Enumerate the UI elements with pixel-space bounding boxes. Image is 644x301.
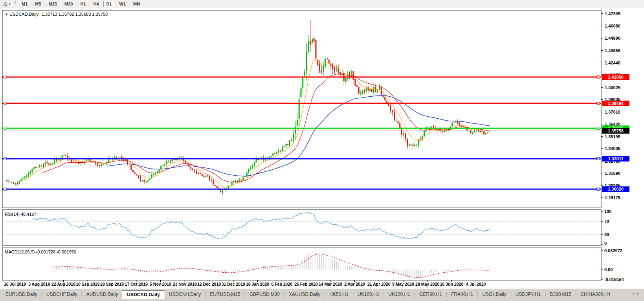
rsi-indicator-label: RSI(14) 48.4167 (5, 212, 37, 217)
toolbar-grip[interactable] (15, 1, 16, 7)
svg-text:25 Feb 2020: 25 Feb 2020 (294, 282, 318, 286)
price-badge-1.30020: 1.30020 (602, 186, 629, 192)
chart-tab-ger30-h1[interactable]: GER30,H1 (415, 290, 446, 298)
triangle-down-icon[interactable]: ▼ (5, 13, 8, 16)
svg-text:6 Feb 2020: 6 Feb 2020 (271, 282, 292, 286)
price-badge-1.33011: 1.33011 (602, 156, 629, 162)
hline-handle[interactable] (597, 158, 600, 160)
chart-tab-dj30-m15[interactable]: DJ30,M15 (546, 290, 575, 298)
svg-text:22 Aug 2019: 22 Aug 2019 (51, 282, 75, 286)
svg-text:9 May 2020: 9 May 2020 (392, 282, 414, 286)
svg-text:31 Dec 2019: 31 Dec 2019 (222, 282, 245, 286)
timeframe-button-MN[interactable]: MN (130, 1, 143, 7)
chart-symbol-label: USDCAD,Daily (9, 12, 39, 17)
svg-text:14 Mar 2020: 14 Mar 2020 (319, 282, 342, 286)
svg-text:1.35195: 1.35195 (605, 134, 620, 139)
chart-tab-uk100-h1[interactable]: UK100,H1 (354, 290, 383, 298)
timeframe-toolbar: M1M5M15M30H1H4D1W1MN (18, 1, 143, 7)
svg-text:1.42440: 1.42440 (605, 61, 620, 65)
svg-text:16 Jul 2019: 16 Jul 2019 (4, 282, 26, 286)
svg-text:-0.018154: -0.018154 (604, 277, 624, 282)
svg-text:21 Apr 2020: 21 Apr 2020 (367, 282, 391, 286)
price-badge-1.38464: 1.38464 (602, 101, 629, 106)
svg-text:23 Nov 2019: 23 Nov 2019 (173, 282, 197, 286)
chart-tab-usdcad-daily[interactable]: USDCAD,Daily (122, 290, 165, 299)
svg-text:17 Oct 2019: 17 Oct 2019 (125, 282, 148, 286)
main-panel (2, 10, 601, 208)
chart-tab-gbpusd-m30[interactable]: GBPUSD,M30 (246, 290, 284, 298)
svg-text:1.41060: 1.41060 (608, 75, 624, 79)
svg-text:2 Apr 2020: 2 Apr 2020 (344, 282, 365, 286)
svg-text:1.46080: 1.46080 (605, 24, 620, 28)
timeframe-button-M30[interactable]: M30 (61, 1, 76, 7)
current-price-badge: 1.35758 (602, 128, 629, 134)
svg-text:1.44890: 1.44890 (605, 36, 620, 40)
chart-tab-bar: EURUSD,Daily|USDCHF,Daily|AUDUSD,DailyUS… (0, 288, 644, 301)
svg-text:1.37610: 1.37610 (605, 110, 620, 114)
chart-title: ▼USDCAD,Daily1.35713 1.35792 1.35683 1.3… (5, 12, 108, 17)
hline-handle[interactable] (597, 127, 600, 129)
chart-region: 1.473051.460801.448901.436651.424401.412… (0, 8, 644, 288)
trendlines-tool-button[interactable]: ▾ (1, 0, 12, 7)
timeframe-button-H1[interactable]: H1 (77, 1, 89, 7)
hline-handle[interactable] (597, 102, 600, 105)
chart-ohlc-values: 1.35713 1.35792 1.35683 1.35758 (42, 12, 108, 17)
chart-tab-hk50-h1[interactable]: HK50,H1 (325, 290, 352, 298)
svg-text:1.38464: 1.38464 (608, 101, 624, 106)
date-axis: 16 Jul 20193 Aug 201922 Aug 201910 Sep 2… (4, 280, 486, 286)
chart-tab-fra40-h1[interactable]: FRA40,H1 (447, 290, 477, 298)
chart-tab-usdcnh-daily[interactable]: USDCNH,Daily (165, 290, 205, 298)
hline-handle[interactable] (597, 188, 600, 190)
svg-text:12 Dec 2019: 12 Dec 2019 (197, 282, 221, 286)
svg-text:5 Nov 2019: 5 Nov 2019 (150, 282, 171, 286)
chart-tab-eurusd-m15[interactable]: EURUSD,M15 (206, 290, 244, 298)
top-toolbar: ▾ M1M5M15M30H1H4D1W1MN (0, 0, 644, 8)
svg-text:1.30020: 1.30020 (608, 187, 624, 191)
svg-text:100: 100 (604, 209, 611, 214)
timeframe-button-M15[interactable]: M15 (46, 1, 60, 7)
svg-text:1.31590: 1.31590 (605, 171, 620, 176)
svg-text:1.47305: 1.47305 (605, 11, 620, 16)
tabs-scroll-left-icon[interactable]: ◂ (632, 291, 634, 295)
chart-tab-usoil-daily[interactable]: USOil,Daily (478, 290, 510, 298)
svg-text:0: 0 (604, 241, 607, 246)
svg-text:28 May 2020: 28 May 2020 (415, 282, 439, 286)
timeframe-button-D1[interactable]: D1 (103, 1, 115, 7)
svg-text:1.33011: 1.33011 (608, 156, 623, 161)
chart-canvas[interactable]: 1.473051.460801.448901.436651.424401.412… (0, 8, 644, 288)
trendlines-tool-icon (2, 1, 8, 7)
svg-text:1.40025: 1.40025 (605, 85, 620, 90)
timeframe-button-H4[interactable]: H4 (90, 1, 102, 7)
macd-panel (2, 247, 601, 280)
chart-tabs: EURUSD,Daily|USDCHF,Daily|AUDUSD,DailyUS… (2, 290, 632, 299)
timeframe-button-M5[interactable]: M5 (32, 1, 44, 7)
svg-text:3 Aug 2019: 3 Aug 2019 (28, 282, 50, 286)
chart-tab-usdchf-daily[interactable]: USDCHF,Daily (42, 290, 81, 298)
svg-text:16 Jun 2020: 16 Jun 2020 (440, 282, 464, 286)
svg-text:0.00: 0.00 (604, 267, 613, 272)
tab-scroll-arrows: ◂ ▸ (632, 290, 642, 295)
hline-handle[interactable] (597, 76, 600, 78)
tabs-scroll-right-icon[interactable]: ▸ (637, 291, 639, 295)
svg-text:28 Sep 2019: 28 Sep 2019 (100, 282, 124, 286)
price-axis: 1.473051.460801.448901.436651.424401.412… (601, 11, 624, 282)
chart-tab-eurusd-daily[interactable]: EURUSD,Daily (2, 290, 41, 298)
tool-dropdown-caret-icon[interactable]: ▾ (9, 2, 11, 6)
chart-tab-audusd-daily[interactable]: AUDUSD,Daily (83, 290, 122, 298)
chart-tab-china300-h4[interactable]: CHINA300,H4 (576, 290, 614, 298)
svg-text:18 Jan 2020: 18 Jan 2020 (246, 282, 269, 286)
svg-text:4 Jul 2020: 4 Jul 2020 (466, 282, 486, 286)
svg-text:10 Sep 2019: 10 Sep 2019 (76, 282, 99, 286)
svg-text:1.35758: 1.35758 (608, 128, 624, 133)
svg-text:1.29175: 1.29175 (605, 195, 620, 200)
timeframe-button-W1[interactable]: W1 (116, 1, 129, 7)
macd-indicator-label: MACD(12,26,9) -0.001726 -0.001956 (5, 250, 76, 254)
svg-text:1.43665: 1.43665 (605, 48, 620, 53)
svg-text:1.34005: 1.34005 (605, 146, 620, 151)
chart-tab-usdjpy-h1[interactable]: USDJPY,H1 (512, 290, 545, 298)
chart-tab-uk100-h1[interactable]: UK100,H1 (385, 290, 414, 298)
chart-tab-xauusd-daily[interactable]: XAUUSD,Daily (285, 290, 324, 298)
svg-text:30: 30 (604, 232, 609, 237)
timeframe-button-M1[interactable]: M1 (18, 1, 31, 7)
price-badge-1.41060: 1.41060 (602, 74, 629, 80)
